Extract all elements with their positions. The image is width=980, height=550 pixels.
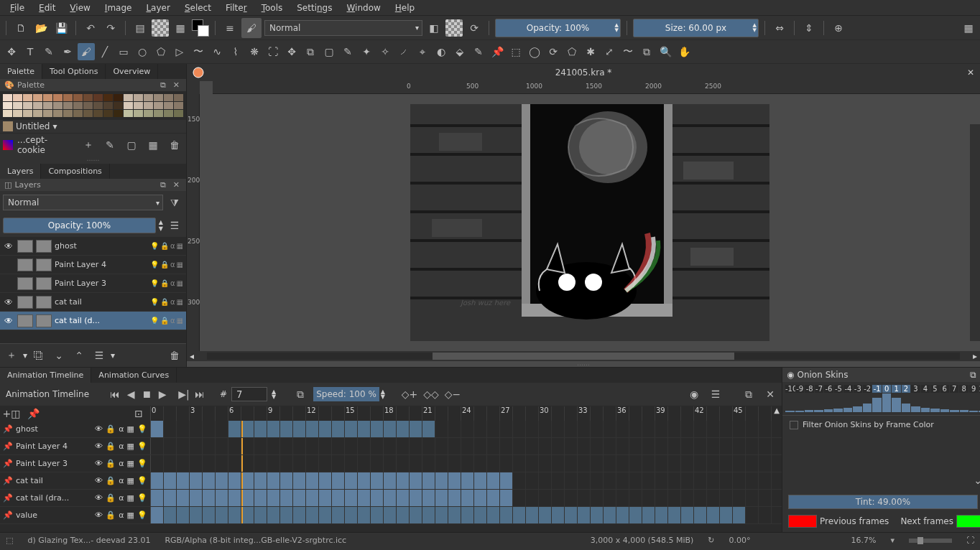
menu-tools[interactable]: Tools [254,1,290,14]
frame-cell[interactable] [397,438,410,455]
frame-cell[interactable] [746,455,759,472]
ellipse-select-icon[interactable]: ◯ [526,43,543,60]
mirror-v-icon[interactable]: ⇕ [800,19,818,37]
move-down-icon[interactable]: ⌄ [50,347,68,364]
frame-cell[interactable] [345,490,358,506]
frame-cell[interactable] [319,421,332,437]
frame-cell[interactable] [241,455,254,472]
frame-cell[interactable] [151,455,164,472]
frame-cell[interactable] [422,490,435,506]
onion-bar[interactable] [872,398,881,412]
frame-cell[interactable] [759,490,772,506]
edit-swatch-icon[interactable]: ✎ [101,136,119,154]
frame-cell[interactable] [435,472,448,489]
frame-cell[interactable] [177,507,190,523]
onion-range-item[interactable]: -7 [815,385,823,393]
frame-cell[interactable] [254,507,267,523]
frame-cell[interactable] [565,438,578,455]
frame-cell[interactable] [319,490,332,506]
onion-range[interactable]: -10-9-8-7-6-5-4-3-2-1012345678910 [782,382,980,396]
fg-bg-color[interactable] [192,19,209,37]
onion-range-item[interactable]: 3 [911,385,920,393]
polygon-tool-icon[interactable]: ⬠ [152,43,170,60]
frame-cell[interactable] [267,490,280,506]
frame-cell[interactable] [616,507,629,523]
frame-cell[interactable] [604,438,616,455]
move-up-icon[interactable]: ⌃ [70,347,88,364]
pin-icon[interactable]: 📌 [3,476,13,485]
palette-swatch[interactable] [144,110,153,117]
onion-range-item[interactable]: 4 [921,385,930,393]
frame-cell[interactable] [267,455,280,472]
onion-range-item[interactable]: 8 [959,385,968,393]
frame-cell[interactable] [280,472,293,489]
tab-overview[interactable]: Overview [106,64,158,79]
save-file-icon[interactable]: 💾 [52,19,70,37]
palette-swatch[interactable] [164,110,173,117]
frame-cell[interactable] [474,438,487,455]
frame-cell[interactable] [293,507,306,523]
palette-swatch[interactable] [93,110,103,117]
tab-palette[interactable]: Palette [0,64,42,79]
frame-cell[interactable] [668,455,681,472]
timeline-menu-icon[interactable]: ☰ [707,386,724,403]
frame-cell[interactable] [332,490,345,506]
menu-settings[interactable]: Settings [290,1,339,14]
frame-cell[interactable] [655,455,668,472]
frame-cell[interactable] [720,438,733,455]
frame-cell[interactable] [461,455,474,472]
frame-cell[interactable] [461,472,474,489]
frame-cell[interactable] [358,455,371,472]
frame-cell[interactable] [500,507,513,523]
frame-cell[interactable] [293,490,306,506]
tab-animation-curves[interactable]: Animation Curves [91,368,177,383]
palette-swatch[interactable] [63,94,73,101]
frame-cell[interactable] [474,472,487,489]
tab-tool-options[interactable]: Tool Options [42,64,106,79]
frame-cell[interactable] [228,438,241,455]
frame-cell[interactable] [474,455,487,472]
frame-cell[interactable] [526,490,539,506]
frame-cell[interactable] [332,472,345,489]
onion-bar[interactable] [921,408,930,412]
bezier-tool-icon[interactable]: 〜 [190,43,207,60]
frame-cell[interactable] [694,421,707,437]
move-icon[interactable]: ✥ [283,43,300,60]
frame-cell[interactable] [539,472,552,489]
frame-cell[interactable] [164,472,177,489]
palette-swatch[interactable] [174,110,183,117]
onion-range-item[interactable]: -2 [863,385,872,393]
frame-cell[interactable] [681,507,694,523]
frame-cell[interactable] [410,421,422,437]
frame-cell[interactable] [448,472,461,489]
frame-cell[interactable] [513,455,526,472]
frame-cell[interactable] [681,490,694,506]
frame-cell[interactable] [694,455,707,472]
layer-row[interactable]: 👁cat tail (d...💡🔒α▦ [0,312,186,330]
frame-cell[interactable] [319,455,332,472]
frame-cell[interactable] [216,455,228,472]
frame-cell[interactable] [345,438,358,455]
onion-bar[interactable] [824,409,833,412]
new-file-icon[interactable]: 🗋 [12,19,29,37]
frame-cell[interactable] [733,421,746,437]
frame-cell[interactable] [552,421,565,437]
frame-cell[interactable] [707,472,720,489]
frame-cell[interactable] [759,421,772,437]
close-document-icon[interactable]: ✕ [967,67,974,78]
frame-cell[interactable] [487,490,500,506]
frame-cell[interactable] [552,507,565,523]
frame-cell[interactable] [410,507,422,523]
frame-cell[interactable] [190,455,203,472]
bezier-select-icon[interactable]: 〜 [619,43,637,60]
frame-cell[interactable] [435,490,448,506]
frame-cell[interactable] [293,472,306,489]
brush-preset-icon[interactable]: 🖌 [241,18,262,38]
frame-cell[interactable] [358,472,371,489]
frame-cell[interactable] [604,455,616,472]
frame-cell[interactable] [629,455,642,472]
palette-swatch[interactable] [73,102,83,109]
frame-cell[interactable] [681,472,694,489]
frame-cell[interactable] [345,507,358,523]
frame-cell[interactable] [746,507,759,523]
